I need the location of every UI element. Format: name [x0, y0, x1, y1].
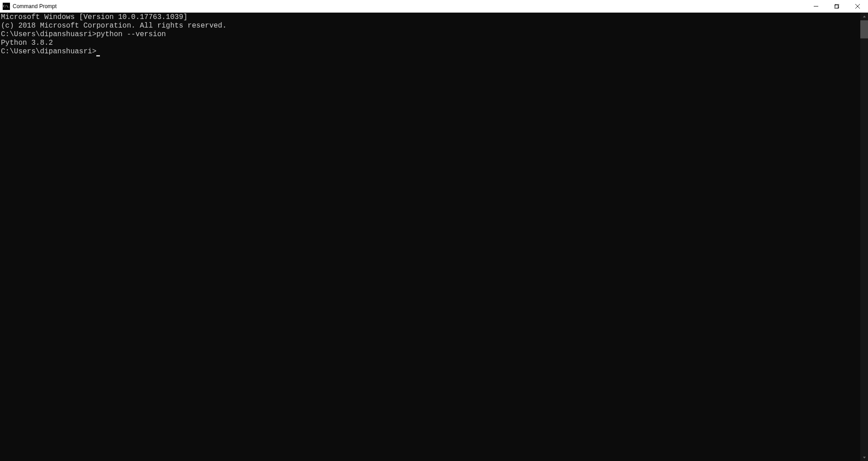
app-icon-text: C:\.	[3, 5, 10, 8]
vertical-scrollbar[interactable]	[860, 13, 868, 461]
maximize-icon	[835, 4, 839, 9]
scrollbar-track[interactable]	[860, 20, 868, 453]
terminal-line: C:\Users\dipanshuasri>	[1, 47, 860, 56]
close-button[interactable]	[847, 0, 868, 12]
minimize-icon	[814, 4, 818, 9]
svg-rect-3	[835, 5, 838, 8]
maximize-button[interactable]	[826, 0, 847, 12]
titlebar-left: C:\. Command Prompt	[0, 3, 57, 10]
terminal-line: C:\Users\dipanshuasri>python --version	[1, 30, 860, 39]
terminal-output[interactable]: Microsoft Windows [Version 10.0.17763.10…	[0, 13, 860, 461]
scrollbar-up-button[interactable]	[860, 13, 868, 20]
close-icon	[855, 4, 860, 9]
terminal-line: Microsoft Windows [Version 10.0.17763.10…	[1, 13, 860, 22]
scrollbar-thumb[interactable]	[860, 20, 868, 38]
window-title: Command Prompt	[13, 3, 57, 9]
terminal-line: Python 3.8.2	[1, 39, 860, 47]
terminal-container: Microsoft Windows [Version 10.0.17763.10…	[0, 13, 868, 461]
chevron-down-icon	[863, 456, 866, 459]
chevron-up-icon	[863, 15, 866, 19]
command-prompt-window: C:\. Command Prompt Microsoft Windows [V…	[0, 0, 868, 461]
window-controls	[806, 0, 868, 12]
minimize-button[interactable]	[806, 0, 826, 12]
terminal-prompt: C:\Users\dipanshuasri>	[1, 30, 96, 38]
terminal-command: python --version	[96, 30, 166, 38]
terminal-line: (c) 2018 Microsoft Corporation. All righ…	[1, 22, 860, 30]
terminal-cursor	[96, 55, 100, 56]
titlebar[interactable]: C:\. Command Prompt	[0, 0, 868, 13]
terminal-prompt: C:\Users\dipanshuasri>	[1, 47, 96, 56]
app-icon: C:\.	[3, 3, 10, 10]
scrollbar-down-button[interactable]	[860, 453, 868, 461]
